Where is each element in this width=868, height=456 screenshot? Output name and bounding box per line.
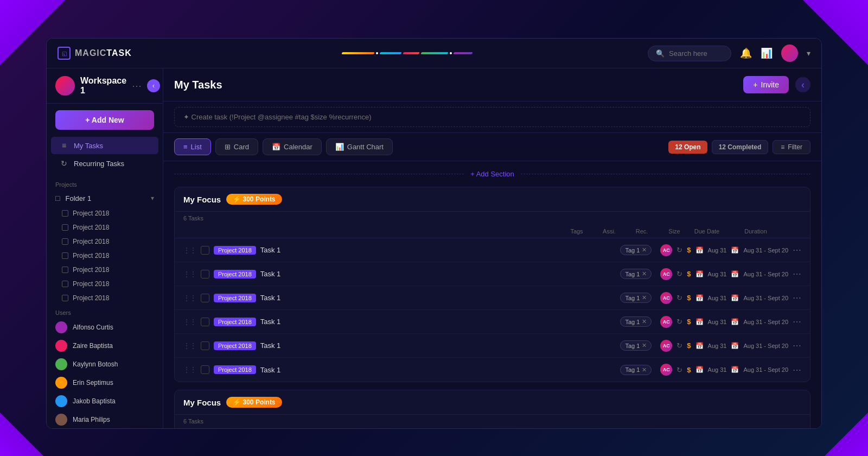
project-name: Project 2018 (73, 238, 109, 245)
size-meta[interactable]: $ (687, 318, 691, 326)
tab-card-button[interactable]: ⊞ Card (215, 138, 258, 155)
project-tag[interactable]: Project 2018 (214, 294, 256, 302)
search-box[interactable]: 🔍 (648, 46, 731, 61)
tab-calendar-button[interactable]: 📅 Calendar (263, 138, 322, 155)
project-item[interactable]: Project 2018 (47, 206, 163, 220)
size-meta[interactable]: $ (687, 294, 691, 302)
group-title: My Focus (183, 398, 221, 407)
dropdown-icon[interactable]: ▾ (807, 49, 810, 58)
col-duedate: Due Date (691, 228, 723, 235)
size-meta[interactable]: $ (687, 341, 691, 350)
sidebar-item-recurring-tasks[interactable]: ↻ Recurring Tasks (51, 155, 158, 172)
assignee-avatar[interactable]: AC (660, 292, 672, 304)
project-item[interactable]: Project 2018 (47, 277, 163, 291)
tag-pill[interactable]: Tag 1 ✕ (620, 245, 652, 255)
more-options-icon[interactable]: ⋯ (793, 245, 801, 255)
more-options-icon[interactable]: ⋯ (793, 340, 801, 351)
drag-handle-icon[interactable]: ⋮⋮ (183, 366, 196, 373)
task-meta: Tag 1 ✕ AC ↻ $ 📅 Aug 31 📅 Aug 31 - Sept … (620, 268, 801, 280)
user-item[interactable]: Erin Septimus (47, 373, 163, 392)
drag-handle-icon[interactable]: ⋮⋮ (183, 318, 196, 326)
project-tag[interactable]: Project 2018 (214, 341, 256, 350)
tag-pill[interactable]: Tag 1 ✕ (620, 316, 652, 327)
project-name: Project 2018 (73, 266, 109, 274)
more-options-icon[interactable]: ⋯ (793, 365, 801, 375)
col-headers-row: Tags Assi. Rec. Size Due Date Duration (175, 428, 810, 428)
invite-button[interactable]: + Invite (743, 76, 789, 93)
user-item[interactable]: Zaire Baptista (47, 337, 163, 355)
create-task-input[interactable] (174, 107, 810, 127)
stats-icon[interactable]: 📊 (761, 47, 773, 59)
task-checkbox[interactable] (201, 365, 209, 374)
project-tag[interactable]: Project 2018 (214, 270, 256, 278)
my-tasks-label: My Tasks (74, 142, 103, 150)
tag-pill[interactable]: Tag 1 ✕ (620, 269, 652, 279)
sidebar-item-my-tasks[interactable]: ≡ My Tasks (51, 137, 158, 154)
task-checkbox[interactable] (201, 294, 209, 302)
size-meta[interactable]: $ (687, 270, 691, 278)
filter-button[interactable]: ≡ Filter (773, 140, 810, 154)
app-container: ◱ MAGICTASK 🔍 (46, 38, 822, 429)
more-options-icon[interactable]: ⋯ (793, 316, 801, 327)
user-item[interactable]: Jakob Baptista (47, 392, 163, 410)
more-options-icon[interactable]: ⋯ (793, 293, 801, 303)
assignee-avatar[interactable]: AC (660, 244, 672, 256)
col-rec: Rec. (626, 228, 658, 235)
tag-remove-icon[interactable]: ✕ (642, 366, 647, 373)
task-checkbox[interactable] (201, 341, 209, 350)
drag-handle-icon[interactable]: ⋮⋮ (183, 246, 196, 254)
assignee-avatar[interactable]: AC (660, 364, 672, 376)
size-meta[interactable]: $ (687, 366, 691, 374)
add-section-button[interactable]: + Add Section (464, 170, 521, 178)
assignee-avatar[interactable]: AC (660, 316, 672, 328)
project-item[interactable]: Project 2018 (47, 235, 163, 249)
drag-handle-icon[interactable]: ⋮⋮ (183, 294, 196, 302)
user-avatar[interactable] (781, 45, 798, 62)
add-new-button[interactable]: + Add New (55, 110, 154, 130)
search-input[interactable] (669, 49, 723, 58)
project-item[interactable]: Project 2018 (47, 291, 163, 305)
toolbar-right: 12 Open 12 Completed ≡ Filter (668, 140, 810, 154)
task-checkbox[interactable] (201, 270, 209, 278)
task-groups-container: My Focus ⚡ 300 Points 6 Tasks Tags Assi.… (174, 187, 810, 428)
tag-remove-icon[interactable]: ✕ (642, 270, 647, 277)
col-size: Size (658, 228, 691, 235)
project-item[interactable]: Project 2018 (47, 249, 163, 263)
card-tab-icon: ⊞ (225, 143, 231, 151)
tag-pill[interactable]: Tag 1 ✕ (620, 365, 652, 375)
task-checkbox[interactable] (201, 318, 209, 326)
user-item[interactable]: Alfonso Curtis (47, 318, 163, 337)
user-item[interactable]: Maria Philips (47, 410, 163, 428)
project-tag[interactable]: Project 2018 (214, 246, 256, 255)
task-checkbox[interactable] (201, 246, 209, 255)
folder-item[interactable]: □ Folder 1 ▾ (47, 190, 163, 206)
tab-list-button[interactable]: ≡ List (174, 138, 211, 155)
assignee-avatar[interactable]: AC (660, 268, 672, 280)
notification-icon[interactable]: 🔔 (740, 47, 752, 59)
size-meta[interactable]: $ (687, 246, 691, 254)
project-item[interactable]: Project 2018 (47, 220, 163, 235)
more-options-icon[interactable]: ⋯ (793, 269, 801, 279)
user-avatar-small (55, 358, 67, 370)
content-collapse-button[interactable]: ‹ (795, 77, 810, 92)
open-count-badge[interactable]: 12 Open (668, 141, 707, 154)
tag-remove-icon[interactable]: ✕ (642, 246, 647, 254)
user-item[interactable]: Kaylynn Botosh (47, 355, 163, 373)
project-tag[interactable]: Project 2018 (214, 365, 256, 374)
tag-pill[interactable]: Tag 1 ✕ (620, 293, 652, 303)
drag-handle-icon[interactable]: ⋮⋮ (183, 342, 196, 350)
workspace-menu-icon[interactable]: ⋯ (132, 80, 142, 92)
project-item[interactable]: Project 2018 (47, 263, 163, 277)
assignee-avatar[interactable]: AC (660, 340, 672, 352)
tag-pill[interactable]: Tag 1 ✕ (620, 340, 652, 351)
completed-count-badge[interactable]: 12 Completed (712, 140, 769, 154)
tag-remove-icon[interactable]: ✕ (642, 294, 647, 301)
project-tag[interactable]: Project 2018 (214, 318, 256, 326)
tag-remove-icon[interactable]: ✕ (642, 342, 647, 349)
collapse-sidebar-button[interactable]: ‹ (147, 79, 160, 92)
tab-gantt-button[interactable]: 📊 Gantt Chart (326, 138, 393, 155)
drag-handle-icon[interactable]: ⋮⋮ (183, 270, 196, 278)
content-area: My Tasks + Invite ‹ ≡ List (163, 68, 821, 428)
tag-remove-icon[interactable]: ✕ (642, 318, 647, 325)
tasks-count: 6 Tasks (175, 415, 810, 428)
